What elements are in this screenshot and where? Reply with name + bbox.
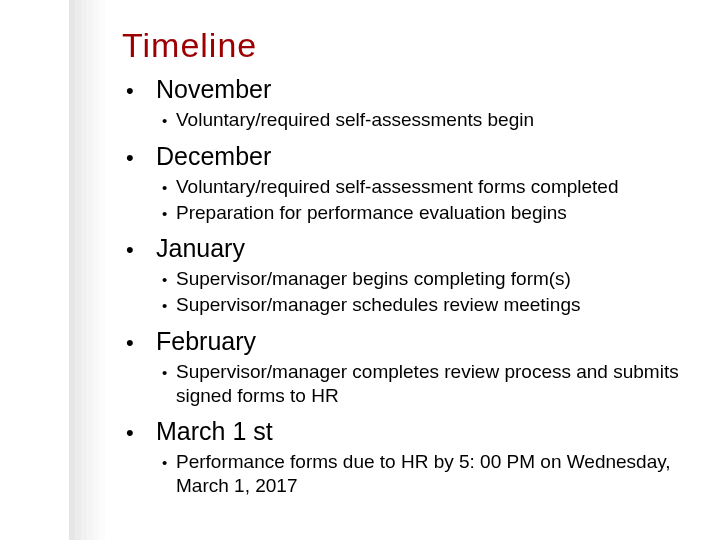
month-label: January [156, 234, 245, 263]
timeline-item: • Voluntary/required self-assessment for… [122, 175, 682, 199]
bullet-icon: • [122, 420, 156, 446]
bullet-icon: • [122, 454, 176, 471]
bullet-icon: • [122, 237, 156, 263]
timeline-item: • Voluntary/required self-assessments be… [122, 108, 682, 132]
timeline-item: • Preparation for performance evaluation… [122, 201, 682, 225]
bullet-icon: • [122, 297, 176, 314]
timeline-item: • Supervisor/manager begins completing f… [122, 267, 682, 291]
timeline-item: • Supervisor/manager completes review pr… [122, 360, 682, 408]
month-label: February [156, 327, 256, 356]
page-title: Timeline [122, 26, 682, 65]
bullet-icon: • [122, 364, 176, 381]
slide: Timeline • November • Voluntary/required… [0, 0, 720, 540]
bullet-icon: • [122, 179, 176, 196]
timeline-section: • December • Voluntary/required self-ass… [122, 142, 682, 225]
item-text: Preparation for performance evaluation b… [176, 201, 682, 225]
timeline-item: • Performance forms due to HR by 5: 00 P… [122, 450, 682, 498]
month-label: November [156, 75, 271, 104]
month-label: March 1 st [156, 417, 273, 446]
item-text: Supervisor/manager schedules review meet… [176, 293, 682, 317]
bullet-icon: • [122, 330, 156, 356]
bullet-icon: • [122, 112, 176, 129]
timeline-section: • February • Supervisor/manager complete… [122, 327, 682, 408]
bullet-icon: • [122, 271, 176, 288]
item-text: Supervisor/manager begins completing for… [176, 267, 682, 291]
bullet-icon: • [122, 205, 176, 222]
month-label: December [156, 142, 271, 171]
timeline-list: • November • Voluntary/required self-ass… [122, 75, 682, 498]
bullet-icon: • [122, 145, 156, 171]
timeline-item: • Supervisor/manager schedules review me… [122, 293, 682, 317]
bullet-icon: • [122, 78, 156, 104]
item-text: Voluntary/required self-assessment forms… [176, 175, 682, 199]
item-text: Supervisor/manager completes review proc… [176, 360, 682, 408]
item-text: Performance forms due to HR by 5: 00 PM … [176, 450, 682, 498]
timeline-section: • March 1 st • Performance forms due to … [122, 417, 682, 498]
timeline-section: • November • Voluntary/required self-ass… [122, 75, 682, 132]
timeline-section: • January • Supervisor/manager begins co… [122, 234, 682, 317]
decorative-stripes [69, 0, 105, 540]
content-area: Timeline • November • Voluntary/required… [122, 26, 682, 508]
item-text: Voluntary/required self-assessments begi… [176, 108, 682, 132]
